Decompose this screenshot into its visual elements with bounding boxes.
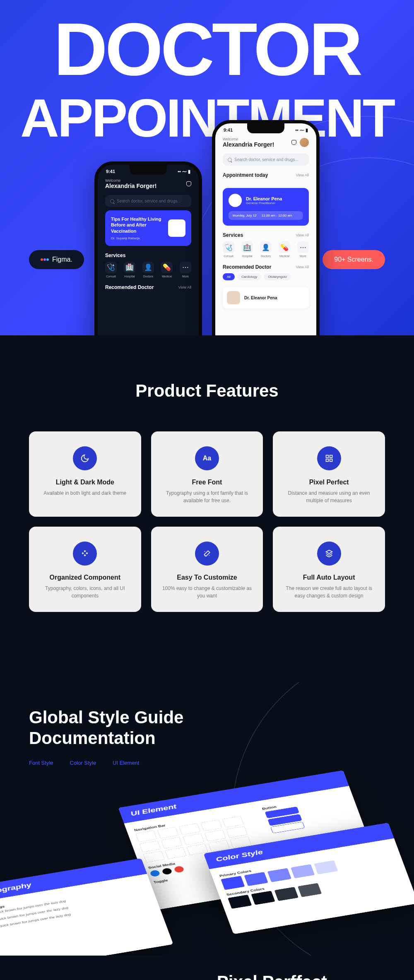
- services-title: Services: [105, 253, 125, 258]
- layers-icon: [317, 542, 341, 566]
- status-icons: •• ⁓ ▮: [178, 169, 190, 174]
- feature-card: Aa Free Font Typography using a font fam…: [151, 431, 263, 517]
- hero-section: DOCTOR APPOINTMENT Figma. 90+ Screens. 9…: [0, 0, 414, 335]
- chip: All: [223, 273, 235, 280]
- feature-card: Easy To Customize 100% easy to change & …: [151, 527, 263, 612]
- service-label: More: [182, 275, 189, 278]
- search-placeholder: Search doctor, service and drugs...: [117, 199, 181, 203]
- grid-icon: [317, 446, 341, 470]
- figma-icon: [41, 258, 49, 261]
- chip: Otolaryngolo: [264, 273, 291, 280]
- service-label: Consult: [106, 275, 116, 278]
- feature-title: Easy To Customize: [161, 574, 253, 581]
- search-bar: Search doctor, service and drugs...: [223, 154, 309, 166]
- styleguide-tabs: Font Style Color Style UI Element: [29, 760, 414, 766]
- doctor-avatar: [229, 194, 242, 207]
- pixel-heading: Pixel Perffect: [29, 972, 385, 980]
- sample-text: The quick brown fox jumps over the lazy …: [0, 893, 148, 922]
- status-time: 9:41: [106, 169, 115, 174]
- service-label: More: [300, 255, 306, 258]
- welcome-label: Welcome: [223, 137, 274, 141]
- feature-desc: Available in both light and dark theme: [39, 489, 131, 497]
- features-heading: Product Features: [29, 381, 385, 401]
- tip-card: Tips For Healthy Living Before and After…: [105, 210, 191, 246]
- welcome-label: Welcome: [105, 178, 156, 183]
- search-bar: Search doctor, service and drugs...: [105, 195, 191, 207]
- figma-label: Figma.: [52, 256, 72, 263]
- appointment-card: Dr. Eleanor PenaGeneral Practitioner Mon…: [223, 188, 309, 226]
- tab-label: Color Style: [70, 760, 96, 766]
- feature-title: Full Auto Layout: [283, 574, 375, 581]
- phone-mockups: 9:41•• ⁓ ▮ Welcome Alexandria Forger! Se…: [94, 120, 320, 335]
- view-all: View All: [296, 265, 309, 269]
- feature-title: Organized Component: [39, 574, 131, 581]
- font-icon: Aa: [195, 446, 219, 470]
- feature-desc: Typography using a font family that is a…: [161, 489, 253, 504]
- styleguide-heading: Global Style Guide Documentation: [29, 707, 414, 749]
- service-label: Hospital: [124, 275, 135, 278]
- services-title: Services: [223, 232, 243, 238]
- styleguide-panels: UI Element Navigation Bar Social Media T…: [0, 750, 414, 956]
- typography-panel: Typography Headings The quick brown fox …: [0, 858, 173, 956]
- status-time: 9:41: [224, 128, 233, 133]
- component-icon: [73, 542, 97, 566]
- wand-icon: [195, 542, 219, 566]
- service-icon: 🏥: [241, 241, 253, 253]
- doctor-avatar: [227, 291, 240, 304]
- service-label: Hospital: [242, 255, 252, 258]
- service-icon: ⋯: [180, 262, 191, 273]
- service-label: Medical: [162, 275, 172, 278]
- chip: Cardiology: [237, 273, 261, 280]
- recommended-title: Recomended Doctor: [223, 264, 271, 270]
- service-icon: 👤: [142, 262, 154, 273]
- feature-card: Full Auto Layout The reason we create fu…: [273, 527, 385, 612]
- view-all: View All: [296, 173, 309, 177]
- feature-title: Free Font: [161, 479, 253, 486]
- service-icon: 🩺: [105, 262, 117, 273]
- avatar: [300, 138, 309, 147]
- heading-line: Global Style Guide: [29, 708, 183, 727]
- service-label: Consult: [224, 255, 233, 258]
- service-label: Medical: [279, 255, 289, 258]
- search-icon: [110, 199, 114, 203]
- heading-line: Documentation: [29, 728, 156, 748]
- status-icons: •• ⁓ ▮: [295, 128, 308, 133]
- feature-title: Pixel Perfect: [283, 479, 375, 486]
- feature-card: Organized Component Typography, colors, …: [29, 527, 141, 612]
- hero-title: DOCTOR: [54, 6, 361, 92]
- bell-icon: [291, 140, 296, 145]
- tip-title: Tips For Healthy Living Before and After…: [111, 216, 168, 234]
- doctor-name: Dr. Eleanor Pena: [246, 196, 282, 201]
- feature-card: Light & Dark Mode Available in both ligh…: [29, 431, 141, 517]
- feature-desc: The reason we create full auto layout is…: [283, 585, 375, 600]
- view-all: View All: [296, 233, 309, 237]
- filter-chips: All Cardiology Otolaryngolo: [223, 273, 309, 280]
- appt-date: Monday, July 12: [233, 214, 257, 217]
- phone-mockup-dark: 9:41•• ⁓ ▮ Welcome Alexandria Forger! Se…: [94, 161, 202, 335]
- moon-icon: [73, 446, 97, 470]
- tip-sub: Dr. Supanji Raharja: [111, 236, 168, 240]
- services-row: 🩺Consult 🏥Hospital 👤Doctors 💊Medical ⋯Mo…: [105, 262, 191, 278]
- feature-title: Light & Dark Mode: [39, 479, 131, 486]
- screens-label: 90+ Screens.: [334, 256, 373, 263]
- figma-badge: Figma.: [29, 250, 84, 269]
- view-all: View All: [178, 285, 191, 289]
- screens-badge: 90+ Screens.: [323, 250, 385, 269]
- feature-desc: 100% easy to change & customizable as yo…: [161, 585, 253, 600]
- recommended-title: Recomended Doctor: [105, 284, 154, 290]
- doctor-card: Dr. Eleanor Pena: [223, 287, 309, 308]
- services-row: 🩺Consult 🏥Hospital 👤Doctors 💊Medical ⋯Mo…: [223, 241, 309, 258]
- feature-desc: Distance and measure using an even multi…: [283, 489, 375, 504]
- features-section: Product Features Light & Dark Mode Avail…: [0, 335, 414, 682]
- search-icon: [228, 158, 232, 162]
- service-icon: ⋯: [297, 241, 309, 253]
- username: Alexandria Forger!: [105, 183, 156, 189]
- username: Alexandria Forger!: [223, 141, 274, 148]
- appt-time: 11:00 am - 12:00 am: [262, 214, 292, 217]
- service-label: Doctors: [261, 255, 271, 258]
- service-icon: 💊: [279, 241, 290, 253]
- service-label: Doctors: [143, 275, 153, 278]
- svg-rect-2: [326, 459, 328, 462]
- svg-rect-3: [330, 459, 332, 462]
- pixel-perfect-section: Pixel Perffect 90+ Screen Light + Dark M…: [0, 956, 414, 980]
